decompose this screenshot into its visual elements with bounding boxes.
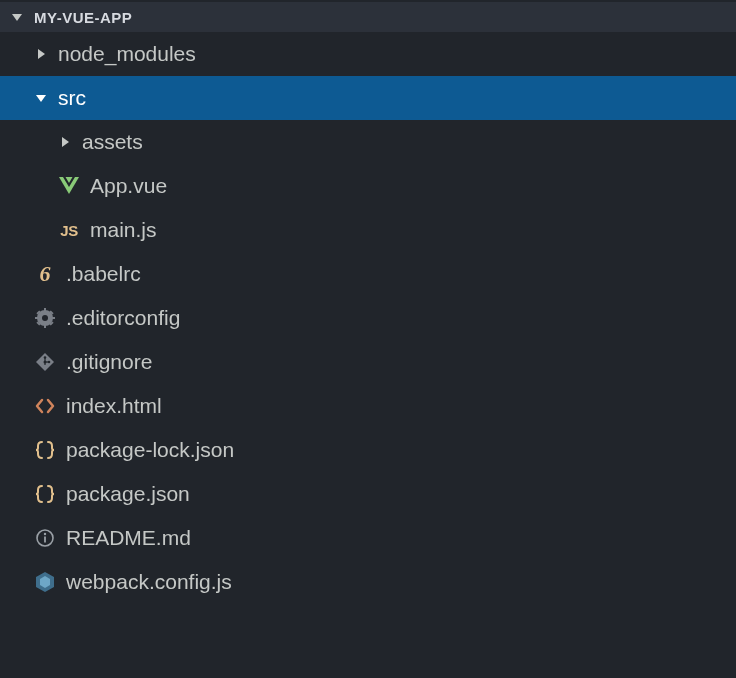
svg-point-8 (42, 315, 48, 321)
gear-icon (34, 307, 56, 329)
file-label: .gitignore (66, 350, 152, 374)
svg-point-24 (44, 533, 46, 535)
file-label: main.js (90, 218, 157, 242)
tree-folder-node-modules[interactable]: node_modules (0, 32, 736, 76)
tree-file-index-html[interactable]: index.html (0, 384, 736, 428)
svg-rect-12 (51, 317, 55, 319)
folder-label: src (58, 86, 86, 110)
babel-icon: 6 (34, 263, 56, 285)
tree-folder-src[interactable]: src (0, 76, 736, 120)
git-icon (34, 351, 56, 373)
folder-label: node_modules (58, 42, 196, 66)
svg-rect-25 (44, 537, 46, 543)
chevron-down-icon (10, 12, 24, 22)
tree-file-editorconfig[interactable]: .editorconfig (0, 296, 736, 340)
svg-marker-2 (36, 95, 46, 102)
info-icon (34, 527, 56, 549)
file-label: package.json (66, 482, 190, 506)
js-icon: JS (58, 219, 80, 241)
tree-file-babelrc[interactable]: 6 .babelrc (0, 252, 736, 296)
root-folder-label: MY-VUE-APP (34, 9, 132, 26)
chevron-right-icon (34, 49, 48, 59)
svg-rect-9 (44, 308, 46, 312)
file-label: package-lock.json (66, 438, 234, 462)
chevron-down-icon (34, 93, 48, 103)
webpack-icon (34, 571, 56, 593)
chevron-right-icon (58, 137, 72, 147)
tree-file-main-js[interactable]: JS main.js (0, 208, 736, 252)
svg-rect-10 (44, 324, 46, 328)
file-label: .babelrc (66, 262, 141, 286)
tree-file-webpack-config-js[interactable]: webpack.config.js (0, 560, 736, 604)
tree-file-gitignore[interactable]: .gitignore (0, 340, 736, 384)
tree-file-package-lock-json[interactable]: package-lock.json (0, 428, 736, 472)
svg-rect-11 (35, 317, 39, 319)
tree-file-app-vue[interactable]: App.vue (0, 164, 736, 208)
svg-marker-1 (38, 49, 45, 59)
file-label: .editorconfig (66, 306, 180, 330)
file-label: webpack.config.js (66, 570, 232, 594)
tree-folder-assets[interactable]: assets (0, 120, 736, 164)
svg-marker-0 (12, 14, 22, 21)
folder-label: assets (82, 130, 143, 154)
html-icon (34, 395, 56, 417)
file-explorer: MY-VUE-APP node_modules src assets (0, 0, 736, 678)
explorer-header[interactable]: MY-VUE-APP (0, 2, 736, 32)
json-icon (34, 439, 56, 461)
json-icon (34, 483, 56, 505)
tree-file-package-json[interactable]: package.json (0, 472, 736, 516)
file-label: index.html (66, 394, 162, 418)
tree-file-readme-md[interactable]: README.md (0, 516, 736, 560)
vue-icon (58, 175, 80, 197)
svg-marker-3 (62, 137, 69, 147)
file-label: README.md (66, 526, 191, 550)
file-label: App.vue (90, 174, 167, 198)
